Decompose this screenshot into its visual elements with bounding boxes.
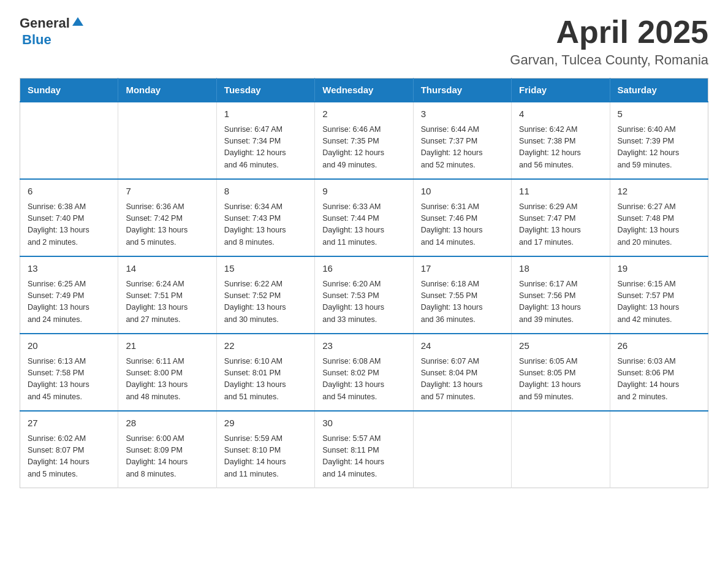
day-number: 16 (322, 262, 405, 276)
day-info: Sunrise: 6:47 AMSunset: 7:34 PMDaylight:… (224, 124, 307, 172)
calendar-cell: 3Sunrise: 6:44 AMSunset: 7:37 PMDaylight… (413, 102, 511, 179)
calendar-cell: 26Sunrise: 6:03 AMSunset: 8:06 PMDayligh… (610, 334, 708, 411)
day-number: 17 (421, 262, 504, 276)
day-number: 26 (618, 339, 700, 353)
logo-blue-text: Blue (22, 32, 51, 48)
weekday-header-tuesday: Tuesday (216, 79, 314, 102)
day-number: 9 (322, 185, 405, 199)
calendar-cell: 24Sunrise: 6:07 AMSunset: 8:04 PMDayligh… (413, 334, 511, 411)
day-info: Sunrise: 6:05 AMSunset: 8:05 PMDaylight:… (519, 356, 602, 404)
weekday-header-monday: Monday (118, 79, 216, 102)
calendar-cell: 2Sunrise: 6:46 AMSunset: 7:35 PMDaylight… (315, 102, 413, 179)
calendar-cell: 15Sunrise: 6:22 AMSunset: 7:52 PMDayligh… (216, 256, 314, 334)
calendar-cell: 18Sunrise: 6:17 AMSunset: 7:56 PMDayligh… (512, 256, 610, 334)
day-info: Sunrise: 5:57 AMSunset: 8:11 PMDaylight:… (322, 433, 405, 481)
day-number: 8 (224, 185, 307, 199)
calendar-header-row: SundayMondayTuesdayWednesdayThursdayFrid… (20, 79, 708, 102)
day-number: 27 (28, 416, 110, 431)
title-section: April 2025 Garvan, Tulcea County, Romani… (510, 15, 708, 68)
calendar-cell: 19Sunrise: 6:15 AMSunset: 7:57 PMDayligh… (610, 256, 708, 334)
day-number: 23 (322, 339, 405, 353)
calendar-cell: 27Sunrise: 6:02 AMSunset: 8:07 PMDayligh… (20, 411, 118, 488)
calendar-cell: 30Sunrise: 5:57 AMSunset: 8:11 PMDayligh… (315, 411, 413, 488)
calendar-cell: 25Sunrise: 6:05 AMSunset: 8:05 PMDayligh… (512, 334, 610, 411)
calendar-week-row: 1Sunrise: 6:47 AMSunset: 7:34 PMDaylight… (20, 102, 708, 179)
calendar-cell (610, 411, 708, 488)
day-number: 1 (224, 107, 307, 121)
logo-general-text: General (20, 15, 70, 31)
day-info: Sunrise: 6:17 AMSunset: 7:56 PMDaylight:… (519, 278, 602, 326)
weekday-header-saturday: Saturday (610, 79, 708, 102)
calendar-week-row: 27Sunrise: 6:02 AMSunset: 8:07 PMDayligh… (20, 411, 708, 488)
day-info: Sunrise: 6:34 AMSunset: 7:43 PMDaylight:… (224, 201, 307, 249)
day-info: Sunrise: 6:31 AMSunset: 7:46 PMDaylight:… (421, 201, 504, 249)
svg-marker-0 (72, 17, 83, 26)
day-number: 30 (322, 416, 405, 431)
calendar-cell: 7Sunrise: 6:36 AMSunset: 7:42 PMDaylight… (118, 179, 216, 256)
day-info: Sunrise: 6:22 AMSunset: 7:52 PMDaylight:… (224, 278, 307, 326)
day-number: 7 (126, 185, 208, 199)
day-info: Sunrise: 6:36 AMSunset: 7:42 PMDaylight:… (126, 201, 208, 249)
calendar-week-row: 20Sunrise: 6:13 AMSunset: 7:58 PMDayligh… (20, 334, 708, 411)
day-info: Sunrise: 6:10 AMSunset: 8:01 PMDaylight:… (224, 356, 307, 404)
calendar-week-row: 13Sunrise: 6:25 AMSunset: 7:49 PMDayligh… (20, 256, 708, 334)
day-number: 14 (126, 262, 208, 276)
month-year-title: April 2025 (510, 15, 708, 50)
day-number: 11 (519, 185, 602, 199)
day-number: 29 (224, 416, 307, 431)
calendar-cell: 4Sunrise: 6:42 AMSunset: 7:38 PMDaylight… (512, 102, 610, 179)
calendar-cell (512, 411, 610, 488)
calendar-cell: 21Sunrise: 6:11 AMSunset: 8:00 PMDayligh… (118, 334, 216, 411)
day-info: Sunrise: 6:24 AMSunset: 7:51 PMDaylight:… (126, 278, 208, 326)
location-subtitle: Garvan, Tulcea County, Romania (510, 52, 708, 68)
day-info: Sunrise: 6:18 AMSunset: 7:55 PMDaylight:… (421, 278, 504, 326)
day-number: 18 (519, 262, 602, 276)
page-header: General Blue April 2025 Garvan, Tulcea C… (20, 15, 708, 68)
day-number: 4 (519, 107, 602, 121)
day-number: 22 (224, 339, 307, 353)
calendar-week-row: 6Sunrise: 6:38 AMSunset: 7:40 PMDaylight… (20, 179, 708, 256)
logo-triangle-icon (71, 15, 85, 28)
calendar-cell: 14Sunrise: 6:24 AMSunset: 7:51 PMDayligh… (118, 256, 216, 334)
calendar-cell: 13Sunrise: 6:25 AMSunset: 7:49 PMDayligh… (20, 256, 118, 334)
calendar-cell: 20Sunrise: 6:13 AMSunset: 7:58 PMDayligh… (20, 334, 118, 411)
day-info: Sunrise: 6:15 AMSunset: 7:57 PMDaylight:… (618, 278, 700, 326)
day-info: Sunrise: 6:25 AMSunset: 7:49 PMDaylight:… (28, 278, 110, 326)
calendar-cell: 1Sunrise: 6:47 AMSunset: 7:34 PMDaylight… (216, 102, 314, 179)
weekday-header-friday: Friday (512, 79, 610, 102)
calendar-cell: 17Sunrise: 6:18 AMSunset: 7:55 PMDayligh… (413, 256, 511, 334)
day-info: Sunrise: 5:59 AMSunset: 8:10 PMDaylight:… (224, 433, 307, 481)
calendar-cell: 9Sunrise: 6:33 AMSunset: 7:44 PMDaylight… (315, 179, 413, 256)
day-info: Sunrise: 6:29 AMSunset: 7:47 PMDaylight:… (519, 201, 602, 249)
day-info: Sunrise: 6:11 AMSunset: 8:00 PMDaylight:… (126, 356, 208, 404)
day-number: 24 (421, 339, 504, 353)
day-info: Sunrise: 6:08 AMSunset: 8:02 PMDaylight:… (322, 356, 405, 404)
day-number: 21 (126, 339, 208, 353)
day-info: Sunrise: 6:03 AMSunset: 8:06 PMDaylight:… (618, 356, 700, 404)
day-info: Sunrise: 6:02 AMSunset: 8:07 PMDaylight:… (28, 433, 110, 481)
weekday-header-thursday: Thursday (413, 79, 511, 102)
day-number: 3 (421, 107, 504, 121)
day-number: 10 (421, 185, 504, 199)
weekday-header-wednesday: Wednesday (315, 79, 413, 102)
calendar-cell: 28Sunrise: 6:00 AMSunset: 8:09 PMDayligh… (118, 411, 216, 488)
day-info: Sunrise: 6:00 AMSunset: 8:09 PMDaylight:… (126, 433, 208, 481)
calendar-cell: 6Sunrise: 6:38 AMSunset: 7:40 PMDaylight… (20, 179, 118, 256)
calendar-cell: 5Sunrise: 6:40 AMSunset: 7:39 PMDaylight… (610, 102, 708, 179)
calendar-cell (413, 411, 511, 488)
calendar-cell: 16Sunrise: 6:20 AMSunset: 7:53 PMDayligh… (315, 256, 413, 334)
day-info: Sunrise: 6:40 AMSunset: 7:39 PMDaylight:… (618, 124, 700, 172)
day-info: Sunrise: 6:20 AMSunset: 7:53 PMDaylight:… (322, 278, 405, 326)
day-info: Sunrise: 6:33 AMSunset: 7:44 PMDaylight:… (322, 201, 405, 249)
day-info: Sunrise: 6:07 AMSunset: 8:04 PMDaylight:… (421, 356, 504, 404)
day-info: Sunrise: 6:42 AMSunset: 7:38 PMDaylight:… (519, 124, 602, 172)
day-number: 15 (224, 262, 307, 276)
day-number: 28 (126, 416, 208, 431)
weekday-header-sunday: Sunday (20, 79, 118, 102)
day-info: Sunrise: 6:46 AMSunset: 7:35 PMDaylight:… (322, 124, 405, 172)
day-number: 5 (618, 107, 700, 121)
calendar-cell: 11Sunrise: 6:29 AMSunset: 7:47 PMDayligh… (512, 179, 610, 256)
day-number: 6 (28, 185, 110, 199)
calendar-cell: 23Sunrise: 6:08 AMSunset: 8:02 PMDayligh… (315, 334, 413, 411)
day-number: 2 (322, 107, 405, 121)
